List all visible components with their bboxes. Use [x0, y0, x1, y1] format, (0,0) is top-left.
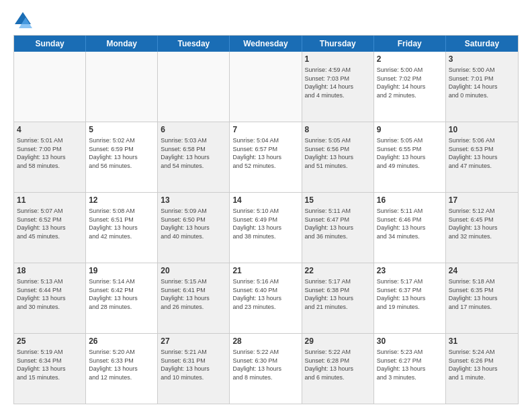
day-info: Sunrise: 5:18 AM Sunset: 6:35 PM Dayligh… [449, 277, 515, 311]
cal-header-cell: Thursday [302, 36, 374, 52]
cal-cell: 25Sunrise: 5:19 AM Sunset: 6:34 PM Dayli… [14, 334, 86, 404]
cal-cell: 1Sunrise: 4:59 AM Sunset: 7:03 PM Daylig… [302, 52, 374, 122]
calendar-body: 1Sunrise: 4:59 AM Sunset: 7:03 PM Daylig… [14, 52, 518, 404]
cal-header-cell: Saturday [446, 36, 518, 52]
cal-week: 11Sunrise: 5:07 AM Sunset: 6:52 PM Dayli… [14, 193, 518, 263]
day-number: 3 [449, 54, 515, 64]
day-number: 10 [449, 124, 515, 135]
cal-cell: 15Sunrise: 5:11 AM Sunset: 6:47 PM Dayli… [302, 193, 374, 263]
cal-cell: 5Sunrise: 5:02 AM Sunset: 6:59 PM Daylig… [86, 122, 158, 192]
day-info: Sunrise: 5:24 AM Sunset: 6:26 PM Dayligh… [449, 348, 515, 381]
day-number: 22 [305, 265, 371, 276]
cal-cell: 28Sunrise: 5:22 AM Sunset: 6:30 PM Dayli… [230, 334, 302, 404]
cal-cell: 19Sunrise: 5:14 AM Sunset: 6:42 PM Dayli… [86, 263, 158, 333]
day-number: 18 [17, 265, 83, 276]
day-info: Sunrise: 5:10 AM Sunset: 6:49 PM Dayligh… [232, 207, 298, 240]
cal-cell: 29Sunrise: 5:22 AM Sunset: 6:28 PM Dayli… [302, 334, 374, 404]
day-info: Sunrise: 5:05 AM Sunset: 6:55 PM Dayligh… [377, 136, 443, 170]
cal-cell: 12Sunrise: 5:08 AM Sunset: 6:51 PM Dayli… [86, 193, 158, 263]
day-info: Sunrise: 5:17 AM Sunset: 6:38 PM Dayligh… [305, 277, 371, 311]
day-info: Sunrise: 5:22 AM Sunset: 6:30 PM Dayligh… [232, 348, 298, 381]
day-number: 26 [89, 336, 154, 347]
day-info: Sunrise: 5:03 AM Sunset: 6:58 PM Dayligh… [161, 136, 226, 170]
day-info: Sunrise: 5:16 AM Sunset: 6:40 PM Dayligh… [232, 277, 298, 311]
day-number: 6 [161, 124, 226, 135]
cal-cell: 4Sunrise: 5:01 AM Sunset: 7:00 PM Daylig… [14, 122, 86, 192]
day-info: Sunrise: 5:11 AM Sunset: 6:46 PM Dayligh… [377, 207, 443, 240]
cal-header-cell: Monday [86, 36, 158, 52]
cal-cell: 27Sunrise: 5:21 AM Sunset: 6:31 PM Dayli… [158, 334, 230, 404]
day-info: Sunrise: 4:59 AM Sunset: 7:03 PM Dayligh… [305, 66, 371, 99]
day-info: Sunrise: 5:22 AM Sunset: 6:28 PM Dayligh… [305, 348, 371, 381]
cal-header-cell: Wednesday [230, 36, 302, 52]
day-number: 8 [305, 124, 371, 135]
day-number: 15 [305, 195, 371, 205]
cal-cell [86, 52, 158, 122]
day-number: 30 [377, 336, 443, 347]
cal-header-cell: Tuesday [158, 36, 230, 52]
day-info: Sunrise: 5:12 AM Sunset: 6:45 PM Dayligh… [449, 207, 515, 240]
day-info: Sunrise: 5:19 AM Sunset: 6:34 PM Dayligh… [17, 348, 83, 381]
day-info: Sunrise: 5:09 AM Sunset: 6:50 PM Dayligh… [161, 207, 226, 240]
day-info: Sunrise: 5:15 AM Sunset: 6:41 PM Dayligh… [161, 277, 226, 311]
logo [13, 11, 35, 30]
day-number: 28 [232, 336, 298, 347]
day-number: 7 [232, 124, 298, 135]
cal-cell: 10Sunrise: 5:06 AM Sunset: 6:53 PM Dayli… [446, 122, 518, 192]
cal-cell: 23Sunrise: 5:17 AM Sunset: 6:37 PM Dayli… [374, 263, 446, 333]
cal-cell: 13Sunrise: 5:09 AM Sunset: 6:50 PM Dayli… [158, 193, 230, 263]
cal-cell: 30Sunrise: 5:23 AM Sunset: 6:27 PM Dayli… [374, 334, 446, 404]
cal-week: 25Sunrise: 5:19 AM Sunset: 6:34 PM Dayli… [14, 334, 518, 404]
calendar: SundayMondayTuesdayWednesdayThursdayFrid… [13, 35, 519, 404]
cal-week: 4Sunrise: 5:01 AM Sunset: 7:00 PM Daylig… [14, 122, 518, 193]
cal-week: 18Sunrise: 5:13 AM Sunset: 6:44 PM Dayli… [14, 263, 518, 334]
day-number: 21 [232, 265, 298, 276]
day-number: 1 [305, 54, 371, 64]
day-number: 31 [449, 336, 515, 347]
cal-cell: 7Sunrise: 5:04 AM Sunset: 6:57 PM Daylig… [230, 122, 302, 192]
cal-week: 1Sunrise: 4:59 AM Sunset: 7:03 PM Daylig… [14, 52, 518, 122]
cal-cell: 24Sunrise: 5:18 AM Sunset: 6:35 PM Dayli… [446, 263, 518, 333]
cal-cell: 2Sunrise: 5:00 AM Sunset: 7:02 PM Daylig… [374, 52, 446, 122]
cal-cell: 3Sunrise: 5:00 AM Sunset: 7:01 PM Daylig… [446, 52, 518, 122]
cal-cell: 14Sunrise: 5:10 AM Sunset: 6:49 PM Dayli… [230, 193, 302, 263]
calendar-header-row: SundayMondayTuesdayWednesdayThursdayFrid… [14, 36, 518, 52]
day-number: 16 [377, 195, 443, 205]
day-number: 5 [89, 124, 154, 135]
day-info: Sunrise: 5:23 AM Sunset: 6:27 PM Dayligh… [377, 348, 443, 381]
day-info: Sunrise: 5:02 AM Sunset: 6:59 PM Dayligh… [89, 136, 154, 170]
cal-header-cell: Sunday [14, 36, 86, 52]
day-number: 23 [377, 265, 443, 276]
day-info: Sunrise: 5:13 AM Sunset: 6:44 PM Dayligh… [17, 277, 83, 311]
day-number: 20 [161, 265, 226, 276]
day-number: 13 [161, 195, 226, 205]
day-info: Sunrise: 5:08 AM Sunset: 6:51 PM Dayligh… [89, 207, 154, 240]
day-info: Sunrise: 5:21 AM Sunset: 6:31 PM Dayligh… [161, 348, 226, 381]
cal-cell: 9Sunrise: 5:05 AM Sunset: 6:55 PM Daylig… [374, 122, 446, 192]
day-number: 24 [449, 265, 515, 276]
day-info: Sunrise: 5:20 AM Sunset: 6:33 PM Dayligh… [89, 348, 154, 381]
day-number: 19 [89, 265, 154, 276]
day-info: Sunrise: 5:07 AM Sunset: 6:52 PM Dayligh… [17, 207, 83, 240]
cal-cell: 16Sunrise: 5:11 AM Sunset: 6:46 PM Dayli… [374, 193, 446, 263]
day-info: Sunrise: 5:00 AM Sunset: 7:01 PM Dayligh… [449, 66, 515, 99]
cal-cell [230, 52, 302, 122]
day-info: Sunrise: 5:14 AM Sunset: 6:42 PM Dayligh… [89, 277, 154, 311]
day-info: Sunrise: 5:04 AM Sunset: 6:57 PM Dayligh… [232, 136, 298, 170]
cal-cell: 6Sunrise: 5:03 AM Sunset: 6:58 PM Daylig… [158, 122, 230, 192]
cal-cell: 31Sunrise: 5:24 AM Sunset: 6:26 PM Dayli… [446, 334, 518, 404]
logo-icon [13, 11, 32, 30]
cal-header-cell: Friday [374, 36, 446, 52]
cal-cell: 18Sunrise: 5:13 AM Sunset: 6:44 PM Dayli… [14, 263, 86, 333]
day-info: Sunrise: 5:11 AM Sunset: 6:47 PM Dayligh… [305, 207, 371, 240]
cal-cell: 17Sunrise: 5:12 AM Sunset: 6:45 PM Dayli… [446, 193, 518, 263]
day-info: Sunrise: 5:17 AM Sunset: 6:37 PM Dayligh… [377, 277, 443, 311]
day-number: 14 [232, 195, 298, 205]
day-number: 2 [377, 54, 443, 64]
cal-cell: 11Sunrise: 5:07 AM Sunset: 6:52 PM Dayli… [14, 193, 86, 263]
day-number: 11 [17, 195, 83, 205]
cal-cell [14, 52, 86, 122]
day-info: Sunrise: 5:01 AM Sunset: 7:00 PM Dayligh… [17, 136, 83, 170]
day-number: 12 [89, 195, 154, 205]
day-info: Sunrise: 5:06 AM Sunset: 6:53 PM Dayligh… [449, 136, 515, 170]
